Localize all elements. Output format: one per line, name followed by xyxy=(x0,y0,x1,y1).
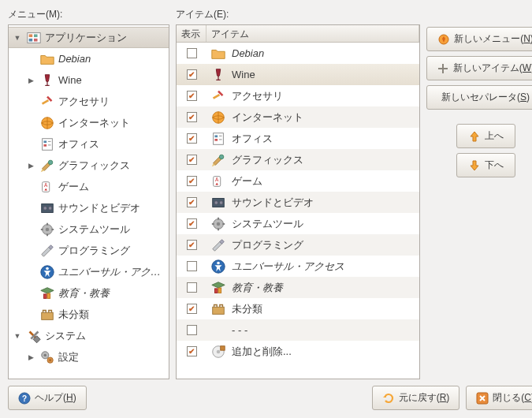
svg-rect-44 xyxy=(214,139,218,141)
show-checkbox[interactable]: ✔ xyxy=(187,240,197,250)
graphics-icon xyxy=(210,151,227,169)
close-button[interactable]: 閉じる(C) xyxy=(466,386,532,410)
system-icon xyxy=(25,327,43,345)
plus-icon xyxy=(437,62,449,75)
tree-item[interactable]: プログラミング xyxy=(9,240,169,261)
table-row[interactable]: ✔プログラミング xyxy=(177,234,419,256)
games-icon: A xyxy=(210,173,227,190)
show-checkbox[interactable]: ✔ xyxy=(187,346,197,356)
accessories-icon xyxy=(39,93,56,110)
items-table[interactable]: 表示 アイテム Debian✔Wine✔アクセサリ✔インターネット✔オフィス✔グ… xyxy=(176,24,420,379)
table-row[interactable]: ✔オフィス xyxy=(177,128,419,149)
show-checkbox[interactable]: ✔ xyxy=(187,69,197,80)
tree-item[interactable]: Debian xyxy=(9,48,169,69)
svg-rect-7 xyxy=(42,99,49,104)
show-checkbox[interactable] xyxy=(187,48,197,58)
tree-item[interactable]: オフィス xyxy=(9,133,169,155)
table-row[interactable]: 教育・教養 xyxy=(177,277,419,298)
svg-rect-11 xyxy=(43,140,47,143)
tree-item[interactable]: アクセサリ xyxy=(9,91,169,112)
tree-item[interactable]: ▶設定 xyxy=(9,346,169,368)
expander-icon[interactable]: ▼ xyxy=(12,34,23,42)
expander-icon[interactable]: ▼ xyxy=(12,332,23,340)
item-label: グラフィックス xyxy=(232,153,303,167)
svg-point-22 xyxy=(46,227,50,231)
tree-item[interactable]: インターネット xyxy=(9,112,169,133)
table-row[interactable]: ✔インターネット xyxy=(177,106,419,128)
show-checkbox[interactable]: ✔ xyxy=(187,218,197,229)
table-row[interactable]: ✔サウンドとビデオ xyxy=(177,192,419,213)
svg-point-28 xyxy=(46,267,49,270)
tree-item[interactable]: システムツール xyxy=(9,218,169,240)
show-checkbox[interactable]: ✔ xyxy=(187,91,197,101)
table-row[interactable]: Debian xyxy=(177,43,419,64)
tree-item[interactable]: 未分類 xyxy=(9,304,169,325)
table-row[interactable]: ✔グラフィックス xyxy=(177,149,419,170)
column-item[interactable]: アイテム xyxy=(206,25,419,42)
move-down-button[interactable]: 下へ xyxy=(456,153,515,177)
svg-point-54 xyxy=(217,222,221,226)
tree-item-label: アプリケーション xyxy=(45,31,166,45)
column-show[interactable]: 表示 xyxy=(177,25,206,42)
tree-item[interactable]: Aゲーム xyxy=(9,176,169,197)
svg-rect-1 xyxy=(29,34,33,37)
move-up-button[interactable]: 上へ xyxy=(456,124,515,148)
show-checkbox[interactable]: ✔ xyxy=(187,133,197,144)
table-row[interactable]: - - - xyxy=(177,319,419,341)
tree-item[interactable]: ▼アプリケーション xyxy=(9,27,169,48)
show-checkbox[interactable]: ✔ xyxy=(187,112,197,122)
menu-tree[interactable]: ▼アプリケーションDebian▶Wineアクセサリインターネットオフィス▶グラフ… xyxy=(8,24,169,379)
svg-text:A: A xyxy=(44,182,48,188)
tree-item[interactable]: ユニバーサル・アクセス xyxy=(9,261,169,282)
table-row[interactable]: ✔アクセサリ xyxy=(177,85,419,106)
new-separator-button[interactable]: 新しいセパレータ(S) xyxy=(426,85,532,110)
svg-rect-39 xyxy=(213,93,220,99)
tree-item-label: システム xyxy=(45,329,166,343)
new-item-button[interactable]: 新しいアイテム(W) xyxy=(426,56,532,80)
svg-rect-62 xyxy=(218,288,221,293)
show-checkbox[interactable] xyxy=(187,261,197,271)
svg-rect-66 xyxy=(221,345,225,349)
svg-rect-43 xyxy=(214,135,218,137)
system-tools-icon xyxy=(210,215,227,233)
item-label: ゲーム xyxy=(232,174,262,188)
show-checkbox[interactable]: ✔ xyxy=(187,176,197,186)
help-button[interactable]: ? ヘルプ(H) xyxy=(8,386,87,410)
expander-icon[interactable]: ▶ xyxy=(25,162,36,170)
svg-rect-2 xyxy=(34,34,38,37)
tree-item-label: グラフィックス xyxy=(58,159,166,173)
table-row[interactable]: ✔Wine xyxy=(177,64,419,85)
arrow-down-icon xyxy=(468,159,481,172)
tree-item[interactable]: 教育・教養 xyxy=(9,282,169,304)
education-icon xyxy=(210,279,227,297)
new-menu-icon xyxy=(437,33,450,46)
table-row[interactable]: ✔未分類 xyxy=(177,298,419,319)
show-checkbox[interactable]: ✔ xyxy=(187,304,197,314)
tree-item[interactable]: ▼システム xyxy=(9,325,169,346)
tree-item-label: システムツール xyxy=(58,222,166,237)
revert-button[interactable]: 元に戻す(R) xyxy=(372,386,460,410)
table-row[interactable]: ✔Aゲーム xyxy=(177,170,419,192)
svg-rect-12 xyxy=(43,144,47,147)
table-row[interactable]: ✔システムツール xyxy=(177,213,419,234)
svg-text:A: A xyxy=(215,177,219,182)
show-checkbox[interactable]: ✔ xyxy=(187,155,197,165)
show-checkbox[interactable] xyxy=(187,325,197,335)
new-menu-button[interactable]: 新しいメニュー(N) xyxy=(426,27,532,51)
svg-rect-61 xyxy=(214,288,218,292)
table-row[interactable]: ユニバーサル・アクセス xyxy=(177,256,419,277)
table-row[interactable]: ✔追加と削除... xyxy=(177,341,419,362)
show-checkbox[interactable]: ✔ xyxy=(187,197,197,207)
tree-item[interactable]: サウンドとビデオ xyxy=(9,197,169,218)
item-label: インターネット xyxy=(232,110,303,125)
svg-point-36 xyxy=(49,359,51,361)
show-checkbox[interactable] xyxy=(187,282,197,293)
tree-item[interactable]: ▶Wine xyxy=(9,69,169,91)
tree-item-label: ゲーム xyxy=(58,180,166,194)
tree-item-label: 設定 xyxy=(58,350,166,364)
expander-icon[interactable]: ▶ xyxy=(25,353,36,361)
expander-icon[interactable]: ▶ xyxy=(25,77,36,84)
tree-item[interactable]: ▶グラフィックス xyxy=(9,155,169,176)
svg-point-65 xyxy=(217,349,221,353)
svg-point-60 xyxy=(217,261,220,264)
